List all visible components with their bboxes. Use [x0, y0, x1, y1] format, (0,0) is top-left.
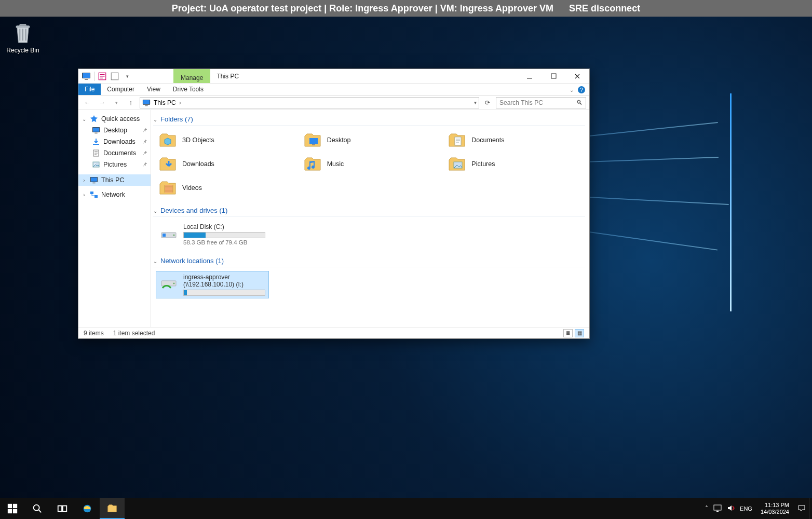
tab-file[interactable]: File: [78, 84, 101, 95]
breadcrumb-this-pc[interactable]: This PC: [154, 99, 181, 106]
sidebar-network[interactable]: › Network: [78, 189, 151, 200]
folder-downloads[interactable]: Downloads: [156, 154, 296, 174]
svg-rect-7: [143, 100, 150, 104]
sidebar-this-pc[interactable]: › This PC: [78, 174, 151, 186]
nav-up-button[interactable]: ↑: [125, 97, 137, 108]
tray-volume-icon[interactable]: [727, 504, 735, 513]
documents-icon: [92, 149, 100, 157]
group-netloc-header[interactable]: ⌄ Network locations (1): [153, 254, 585, 267]
group-drives-header[interactable]: ⌄ Devices and drives (1): [153, 203, 585, 217]
folder-desktop[interactable]: Desktop: [301, 130, 441, 151]
tray-network-icon[interactable]: [713, 504, 722, 513]
sidebar-item-desktop[interactable]: Desktop 📌︎: [78, 125, 151, 136]
svg-rect-2: [85, 79, 88, 80]
nav-back-button[interactable]: ←: [82, 97, 93, 108]
folder-3d-objects[interactable]: 3D Objects: [156, 130, 296, 151]
chevron-down-icon: ⌄: [153, 258, 157, 264]
minimize-button[interactable]: [518, 69, 542, 83]
network-drive-icon: [159, 274, 178, 292]
folder-icon: [158, 179, 177, 197]
folder-music[interactable]: Music: [301, 154, 441, 174]
svg-rect-24: [165, 185, 173, 193]
show-desktop-button[interactable]: [809, 498, 812, 519]
view-tiles-button[interactable]: ▦: [575, 329, 584, 337]
folder-documents[interactable]: Documents: [445, 130, 585, 151]
taskbar-search-button[interactable]: [25, 498, 50, 519]
drive-usage-fill: [184, 290, 187, 295]
recycle-bin-icon: [13, 22, 33, 45]
chevron-right-icon[interactable]: ›: [82, 177, 87, 183]
start-button[interactable]: [0, 498, 25, 519]
tab-computer[interactable]: Computer: [101, 84, 141, 95]
svg-rect-32: [8, 509, 12, 513]
sre-disconnect[interactable]: SRE disconnect: [569, 3, 640, 14]
svg-rect-31: [13, 504, 17, 508]
ribbon-context-manage[interactable]: Manage: [173, 69, 210, 83]
refresh-button[interactable]: ⟳: [482, 99, 493, 106]
address-dropdown-icon[interactable]: ▾: [474, 100, 477, 105]
info-project: Project: UoA operator test project | Rol…: [172, 3, 553, 14]
help-icon[interactable]: ?: [578, 86, 585, 93]
drive-usage-bar: [183, 290, 265, 296]
tray-overflow-icon[interactable]: ˄: [705, 505, 708, 512]
svg-rect-35: [58, 506, 62, 512]
content-pane[interactable]: ⌄ Folders (7) 3D Objects Desktop Documen…: [151, 110, 589, 327]
sidebar-item-label: Desktop: [103, 127, 127, 134]
sidebar-label: Network: [101, 191, 125, 198]
taskbar: ˄ ENG 11:13 PM 14/03/2024: [0, 498, 812, 519]
pin-icon: 📌︎: [142, 139, 147, 145]
nav-recent-dropdown[interactable]: ▾: [111, 97, 122, 108]
desktop-icon-recycle-bin[interactable]: Recycle Bin: [3, 22, 43, 54]
svg-rect-20: [309, 138, 318, 144]
group-folders-header[interactable]: ⌄ Folders (7): [153, 112, 585, 126]
search-box[interactable]: Search This PC 🔍︎: [496, 97, 586, 108]
chevron-down-icon[interactable]: ⌄: [82, 116, 87, 122]
network-icon: [90, 190, 98, 199]
taskbar-explorer-button[interactable]: [100, 498, 125, 519]
qat-newfolder-icon[interactable]: [110, 72, 119, 81]
svg-rect-38: [714, 505, 721, 510]
nav-toolbar: ← → ▾ ↑ This PC ▾ ⟳ Search This PC 🔍︎: [78, 95, 589, 110]
folder-pictures[interactable]: Pictures: [445, 154, 585, 174]
action-center-icon[interactable]: [797, 504, 806, 513]
sidebar-item-downloads[interactable]: Downloads 📌︎: [78, 136, 151, 147]
chevron-right-icon[interactable]: ›: [82, 192, 87, 198]
qat-dropdown-icon[interactable]: ▾: [123, 72, 132, 81]
ribbon-expand-icon[interactable]: ⌄: [570, 87, 574, 93]
pin-icon: 📌︎: [142, 127, 147, 133]
folder-icon: [303, 131, 322, 149]
tab-drive-tools[interactable]: Drive Tools: [167, 84, 210, 95]
sidebar-item-label: Downloads: [103, 138, 136, 145]
sidebar-quick-access[interactable]: ⌄ Quick access: [78, 113, 151, 125]
taskbar-ie-button[interactable]: [75, 498, 100, 519]
titlebar[interactable]: ▾ Manage This PC: [78, 69, 589, 84]
pictures-icon: [92, 160, 100, 169]
address-bar[interactable]: This PC ▾: [140, 97, 479, 108]
tray-language[interactable]: ENG: [740, 506, 752, 512]
svg-point-29: [173, 283, 175, 284]
star-icon: [90, 115, 98, 123]
drive-detail: 58.3 GB free of 79.4 GB: [183, 239, 265, 245]
tab-view[interactable]: View: [141, 84, 167, 95]
network-drive-ingress[interactable]: ingress-approver (\\192.168.100.10) (I:): [156, 271, 268, 298]
view-details-button[interactable]: ≣: [563, 329, 573, 337]
drive-local-c[interactable]: Local Disk (C:) 58.3 GB free of 79.4 GB: [156, 221, 268, 248]
session-info-bar: Project: UoA operator test project | Rol…: [0, 0, 812, 17]
desktop-light-bar: [730, 93, 732, 311]
sidebar-item-documents[interactable]: Documents 📌︎: [78, 147, 151, 159]
svg-rect-33: [13, 509, 17, 513]
qat-properties-icon[interactable]: [98, 72, 107, 81]
maximize-button[interactable]: [542, 69, 565, 83]
tray-clock[interactable]: 11:13 PM 14/03/2024: [757, 502, 792, 515]
address-pc-icon: [142, 99, 151, 106]
status-bar: 9 items 1 item selected ≣ ▦: [78, 327, 589, 338]
chevron-down-icon: ⌄: [153, 117, 157, 122]
sidebar-item-pictures[interactable]: Pictures 📌︎: [78, 159, 151, 170]
close-button[interactable]: [565, 69, 589, 83]
svg-rect-26: [163, 234, 166, 237]
drive-label: ingress-approver (\\192.168.100.10) (I:): [183, 274, 265, 288]
folder-videos[interactable]: Videos: [156, 177, 296, 198]
sidebar-item-label: Documents: [103, 149, 136, 157]
drive-usage-fill: [184, 233, 206, 238]
task-view-button[interactable]: [50, 498, 75, 519]
